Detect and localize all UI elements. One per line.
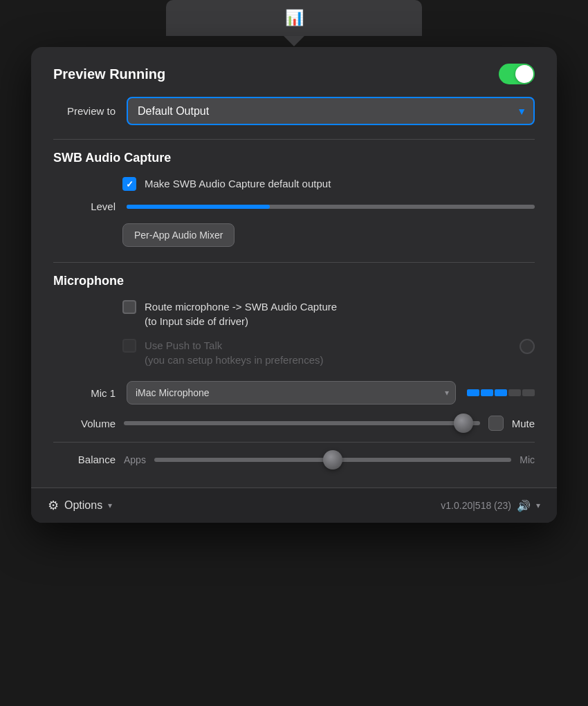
push-to-talk-label: Use Push to Talk (you can setup hotkeys …	[145, 338, 511, 367]
options-label: Options	[64, 499, 102, 512]
swb-default-checkbox[interactable]: ✓	[122, 177, 136, 191]
balance-row: Balance Apps Mic	[53, 454, 535, 471]
footer-chevron-icon[interactable]: ▾	[536, 501, 540, 510]
balance-knob	[323, 450, 342, 470]
push-to-talk-checkbox	[122, 339, 136, 353]
volume-knob	[454, 414, 473, 433]
mic-level-bar-2	[481, 389, 493, 396]
options-button[interactable]: ⚙ Options ▾	[48, 498, 112, 513]
bottom-bar: ⚙ Options ▾ v1.0.20|518 (23) 🔊 ▾	[31, 487, 557, 523]
swb-checkbox-label: Make SWB Audio Capture default output	[145, 176, 331, 191]
push-to-talk-radio	[520, 339, 535, 354]
balance-label: Balance	[53, 454, 116, 465]
mic-level-bar-5	[522, 389, 535, 396]
mic1-row: Mic 1 iMac Microphone Built-in Microphon…	[53, 381, 535, 405]
toggle-knob	[515, 65, 533, 83]
version-section: v1.0.20|518 (23) 🔊 ▾	[441, 499, 540, 512]
route-mic-checkbox[interactable]	[122, 300, 136, 314]
microphone-wave-icon: 📊	[285, 9, 304, 27]
mute-checkbox[interactable]	[488, 416, 504, 431]
volume-slider	[124, 421, 480, 425]
balance-mic-label: Mic	[520, 454, 535, 465]
microphone-section-header: Microphone	[53, 274, 535, 288]
preview-running-toggle[interactable]	[499, 64, 535, 84]
divider-3	[53, 442, 535, 443]
mic1-label: Mic 1	[53, 387, 116, 399]
volume-row: Volume Mute	[53, 416, 535, 431]
version-text: v1.0.20|518 (23)	[441, 500, 511, 511]
preview-running-row: Preview Running	[53, 64, 535, 84]
level-slider-track	[127, 205, 535, 209]
level-row: Level	[53, 201, 535, 212]
mic1-select[interactable]: iMac Microphone Built-in Microphone Exte…	[127, 381, 456, 405]
mic-level-bar-1	[467, 389, 479, 396]
push-to-talk-row: Use Push to Talk (you can setup hotkeys …	[122, 338, 535, 367]
swb-section-header: SWB Audio Capture	[53, 151, 535, 165]
divider-2	[53, 262, 535, 263]
top-widget-bar: 📊	[166, 0, 422, 36]
preview-to-label: Preview to	[53, 105, 116, 117]
mic-level-bar-3	[495, 389, 507, 396]
mic-level-bar-4	[508, 389, 521, 396]
top-widget-arrow	[284, 36, 304, 46]
main-panel: Preview Running Preview to Default Outpu…	[31, 47, 557, 523]
output-select-wrapper: Default Output Built-in Output HDMI Outp…	[127, 97, 535, 125]
wifi-icon: 🔊	[517, 499, 531, 512]
route-mic-checkbox-row: Route microphone -> SWB Audio Capture (t…	[122, 299, 535, 328]
divider-1	[53, 139, 535, 140]
balance-apps-label: Apps	[124, 454, 146, 465]
checkbox-check-icon: ✓	[126, 179, 134, 189]
route-mic-label: Route microphone -> SWB Audio Capture (t…	[145, 299, 337, 328]
mic-level-indicator	[467, 389, 535, 396]
options-chevron-icon: ▾	[108, 501, 112, 510]
preview-to-row: Preview to Default Output Built-in Outpu…	[53, 97, 535, 125]
preview-running-title: Preview Running	[53, 66, 165, 82]
balance-slider	[154, 458, 511, 462]
gear-icon: ⚙	[48, 498, 59, 513]
per-app-audio-mixer-button[interactable]: Per-App Audio Mixer	[122, 223, 235, 247]
output-select[interactable]: Default Output Built-in Output HDMI Outp…	[127, 97, 535, 125]
volume-label: Volume	[53, 418, 116, 429]
level-label: Level	[53, 201, 116, 212]
swb-checkbox-row: ✓ Make SWB Audio Capture default output	[122, 176, 535, 191]
mic1-select-wrapper: iMac Microphone Built-in Microphone Exte…	[127, 381, 456, 405]
mute-label: Mute	[512, 418, 535, 429]
